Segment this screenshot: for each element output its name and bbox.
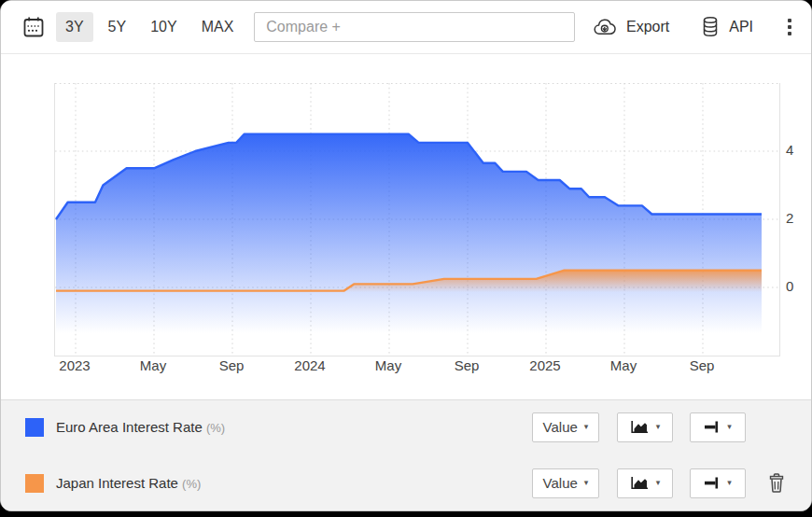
line-style-dropdown[interactable]: ▾ — [690, 468, 746, 498]
legend-row: Japan Interest Rate (%) Value ▾ ▾ — [1, 468, 811, 498]
series-label: Euro Area Interest Rate (%) — [56, 419, 532, 435]
area-chart-icon — [630, 420, 649, 434]
y-tick-label: 0 — [786, 278, 810, 294]
series-unit: (%) — [182, 477, 201, 491]
chevron-down-icon: ▾ — [584, 423, 589, 431]
range-button-5y[interactable]: 5Y — [99, 12, 136, 42]
delete-series-button[interactable] — [767, 472, 786, 494]
range-button-10y[interactable]: 10Y — [141, 12, 186, 42]
x-tick-label: May — [132, 357, 175, 373]
x-tick-label: 2024 — [288, 357, 331, 373]
y-tick-label: 2 — [786, 210, 810, 226]
range-button-max[interactable]: MAX — [192, 12, 244, 42]
x-tick-label: 2023 — [53, 357, 96, 373]
x-tick-label: May — [602, 357, 645, 373]
trash-icon — [767, 472, 786, 494]
toolbar: 3Y5Y10YMAX Export — [1, 1, 811, 54]
api-button[interactable]: API — [700, 15, 753, 39]
calendar-icon — [21, 15, 46, 39]
value-dropdown[interactable]: Value ▾ — [532, 412, 599, 442]
chevron-down-icon: ▾ — [727, 479, 732, 487]
line-style-dropdown[interactable]: ▾ — [690, 412, 746, 442]
x-tick-label: Sep — [210, 357, 253, 373]
export-label: Export — [626, 19, 669, 35]
legend-row: Euro Area Interest Rate (%) Value ▾ ▾ — [1, 412, 811, 442]
app-window: 3Y5Y10YMAX Export — [0, 0, 812, 511]
chevron-down-icon: ▾ — [727, 423, 732, 431]
chart-area — [54, 83, 780, 356]
x-tick-label: 2025 — [524, 357, 567, 373]
chevron-down-icon: ▾ — [584, 479, 589, 487]
interest-rate-chart[interactable] — [55, 83, 779, 356]
kebab-menu-button[interactable] — [784, 15, 795, 39]
calendar-button[interactable] — [20, 13, 48, 41]
range-group: 3Y5Y10YMAX — [56, 12, 243, 42]
range-button-3y[interactable]: 3Y — [56, 12, 93, 42]
chart-type-dropdown[interactable]: ▾ — [617, 468, 673, 498]
series-color-swatch — [25, 418, 44, 437]
x-tick-label: Sep — [445, 357, 488, 373]
series-color-swatch — [25, 474, 44, 493]
compare-input[interactable] — [254, 12, 575, 42]
legend-panel: Euro Area Interest Rate (%) Value ▾ ▾ — [1, 399, 811, 510]
cloud-download-icon — [592, 17, 618, 37]
chevron-down-icon: ▾ — [656, 479, 661, 487]
area-chart-icon — [630, 476, 649, 490]
series-unit: (%) — [206, 421, 225, 435]
x-tick-label: May — [367, 357, 410, 373]
value-dropdown[interactable]: Value ▾ — [532, 468, 599, 498]
line-style-icon — [704, 476, 720, 490]
series-label: Japan Interest Rate (%) — [56, 475, 532, 491]
x-tick-label: Sep — [680, 357, 723, 373]
database-icon — [700, 15, 721, 39]
export-button[interactable]: Export — [592, 17, 669, 37]
y-tick-label: 4 — [786, 142, 810, 158]
kebab-menu-icon — [788, 19, 791, 22]
api-label: API — [729, 19, 753, 35]
chevron-down-icon: ▾ — [656, 423, 661, 431]
chart-type-dropdown[interactable]: ▾ — [617, 412, 673, 442]
line-style-icon — [704, 420, 720, 434]
